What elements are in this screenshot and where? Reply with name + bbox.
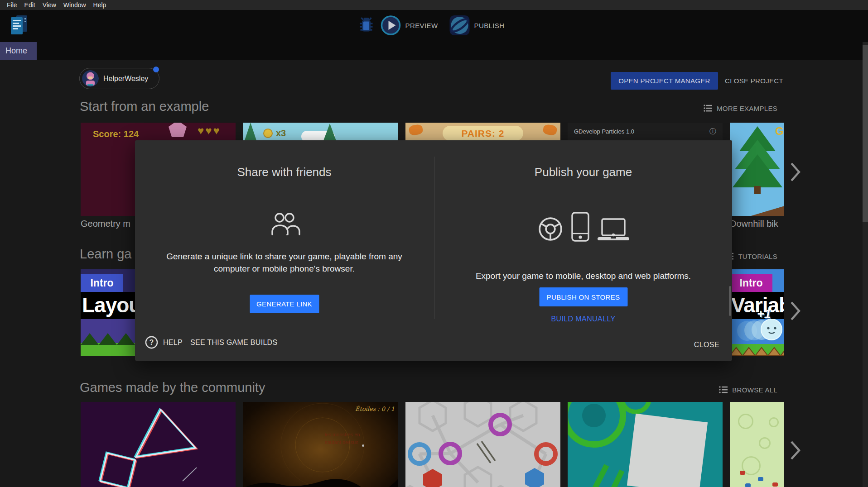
build-manually-link[interactable]: BUILD MANUALLY (434, 315, 733, 323)
particles-header-bar: GDevelop Particles 1.0 ⓘ (568, 123, 723, 140)
publish-title: Publish your game (434, 165, 733, 179)
tutorial-card-variables[interactable]: Intro Variab +1 (730, 269, 784, 356)
bubble (759, 437, 771, 449)
menu-help[interactable]: Help (90, 1, 110, 9)
creature-sprite (745, 483, 751, 487)
preview-button[interactable]: PREVIEW (405, 22, 438, 29)
user-profile-chip[interactable]: HelperWesley (79, 68, 159, 89)
gdevelop-window: File Edit View Window Help (0, 0, 868, 487)
examples-next-arrow[interactable] (789, 162, 801, 182)
coin-multiplier-label: x3 (276, 128, 286, 138)
night-glow-rings (243, 402, 398, 487)
publish-column: Publish your game (434, 140, 733, 361)
layout-word: Layou (82, 293, 141, 317)
info-icon[interactable]: ⓘ (709, 127, 716, 136)
neon-shapes (81, 402, 236, 487)
teal-abstract (568, 402, 723, 487)
publish-button[interactable]: PUBLISH (474, 22, 504, 29)
publish-globe-icon[interactable] (449, 15, 470, 36)
help-icon[interactable]: ? (145, 336, 158, 349)
share-title: Share with friends (135, 165, 434, 179)
particles-title: GDevelop Particles 1.0 (574, 128, 634, 135)
menu-window[interactable]: Window (60, 1, 90, 9)
example-card-downhill[interactable]: G (730, 123, 784, 216)
community-card-hexagons[interactable] (405, 402, 560, 487)
menu-view[interactable]: View (39, 1, 60, 9)
publish-on-stores-button[interactable]: PUBLISH ON STORES (539, 287, 627, 306)
share-publish-dialog: Share with friends Generate a unique lin… (135, 140, 732, 361)
see-builds-link[interactable]: SEE THIS GAME BUILDS (190, 339, 277, 347)
pink-pentagon-shape (169, 123, 187, 137)
community-next-arrow[interactable] (789, 440, 801, 461)
debug-icon[interactable] (357, 15, 376, 35)
list-icon (704, 104, 713, 112)
notification-dot (153, 67, 159, 72)
avatar (82, 70, 99, 87)
username-label: HelperWesley (103, 75, 148, 83)
more-examples-link[interactable]: MORE EXAMPLES (704, 104, 777, 112)
example-caption-geometry: Geometry m (81, 219, 130, 229)
tutorials-next-arrow[interactable] (789, 301, 801, 321)
example-caption-downhill: Downhill bik (730, 219, 778, 229)
list-icon (719, 386, 728, 394)
smartphone-icon (571, 212, 589, 242)
window-scrollbar[interactable] (863, 42, 868, 487)
tutorials-label: TUTORIALS (738, 253, 777, 260)
generate-link-button[interactable]: GENERATE LINK (250, 295, 319, 313)
crab-sprite (543, 124, 558, 136)
downhill-letter: G (775, 125, 784, 138)
learn-section-title: Learn ga (80, 247, 132, 262)
pairs-banner: PAIRS: 2 (443, 126, 523, 141)
toolbar: PREVIEW PUBLISH Home (0, 10, 868, 60)
open-project-manager-button[interactable]: OPEN PROJECT MANAGER (611, 72, 718, 90)
tutorials-link[interactable]: TUTORIALS (725, 252, 777, 260)
bubble (769, 417, 779, 427)
close-project-button[interactable]: CLOSE PROJECT (722, 72, 786, 90)
score-label: Score: 124 (93, 129, 139, 139)
intro-badge: Intro (730, 274, 772, 292)
laptop-icon (598, 218, 629, 242)
coin-icon (263, 129, 273, 138)
creature-sprite (772, 482, 778, 487)
community-card-night[interactable]: Étoiles : 0 / 1 les monstres en sautant … (243, 402, 398, 487)
examples-section-title: Start from an example (80, 99, 209, 114)
project-manager-icon[interactable] (7, 14, 31, 37)
menu-edit[interactable]: Edit (21, 1, 39, 9)
hint-text: les monstres en sautant dessus (325, 431, 370, 446)
crab-sprite (409, 124, 424, 136)
bubble (738, 414, 753, 429)
intro-badge: Intro (81, 274, 123, 292)
tab-home[interactable]: Home (0, 42, 37, 60)
toolbar-center: PREVIEW PUBLISH (357, 15, 512, 36)
pairs-label: PAIRS: 2 (461, 128, 504, 139)
window-scrollbar-thumb[interactable] (863, 45, 868, 222)
creature-sprite (740, 471, 745, 475)
preview-play-icon[interactable] (381, 15, 401, 36)
chrome-browser-icon (538, 216, 563, 242)
browse-all-link[interactable]: BROWSE ALL (719, 386, 777, 394)
player-dot (362, 444, 364, 447)
dialog-scrollbar-thumb[interactable] (729, 286, 731, 316)
menu-bar: File Edit View Window Help (0, 0, 868, 10)
dialog-footer-left: ? HELP SEE THIS GAME BUILDS (145, 336, 277, 349)
hexagon-board (405, 402, 560, 487)
community-section-title: Games made by the community (80, 380, 265, 395)
share-column: Share with friends Generate a unique lin… (135, 140, 434, 361)
plus-one-label: +1 (757, 307, 771, 321)
creature-sprite (758, 477, 763, 481)
community-card-bubbles[interactable] (730, 402, 784, 487)
community-row: Étoiles : 0 / 1 les monstres en sautant … (81, 402, 784, 487)
platform-icons (538, 212, 629, 242)
lives-hearts: ♥♥♥ (198, 124, 221, 137)
svg-text:?: ? (149, 339, 154, 346)
close-dialog-button[interactable]: CLOSE (694, 341, 719, 349)
community-card-teal[interactable] (568, 402, 723, 487)
share-description: Generate a unique link to share your gam… (158, 251, 411, 275)
help-link[interactable]: HELP (163, 339, 183, 347)
community-card-neon[interactable] (81, 402, 236, 487)
spikes-row (730, 346, 784, 356)
people-icon (268, 212, 301, 236)
more-examples-label: MORE EXAMPLES (717, 105, 777, 112)
browse-all-label: BROWSE ALL (732, 386, 777, 394)
menu-file[interactable]: File (3, 1, 21, 9)
